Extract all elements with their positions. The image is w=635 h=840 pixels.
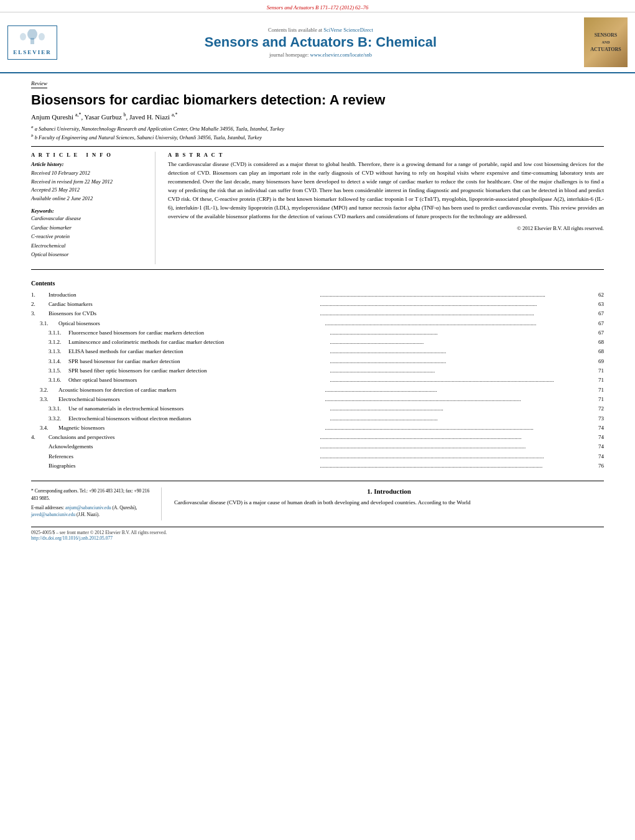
section-label: Review bbox=[31, 80, 47, 88]
footnotes-column: * Corresponding authors. Tel.: +90 216 4… bbox=[31, 487, 162, 520]
keywords-list: Cardiovascular disease Cardiac biomarker… bbox=[31, 214, 147, 259]
sciverse-link[interactable]: SciVerse ScienceDirect bbox=[323, 27, 373, 33]
toc-item-3-1-6: 3.1.6. Other optical based biosensors ..… bbox=[31, 376, 604, 385]
elsevier-text: ELSEVIER bbox=[13, 49, 52, 55]
footer: 0925-4005/$ – see front matter © 2012 El… bbox=[31, 527, 604, 541]
divider bbox=[31, 146, 604, 147]
article-history: Article history: Received 10 February 20… bbox=[31, 160, 147, 203]
journal-title: Sensors and Actuators B: Chemical bbox=[63, 34, 578, 50]
bottom-section: * Corresponding authors. Tel.: +90 216 4… bbox=[31, 481, 604, 520]
toc-acknowledgements: Acknowledgements .......................… bbox=[31, 442, 604, 451]
abstract-title: A B S T R A C T bbox=[168, 152, 604, 158]
toc-item-3-1-2: 3.1.2. Luminescence and colorimetric met… bbox=[31, 338, 604, 347]
svg-point-4 bbox=[39, 33, 45, 40]
toc-item-3-3-1: 3.3.1. Use of nanomaterials in electroch… bbox=[31, 404, 604, 413]
toc-references: References .............................… bbox=[31, 452, 604, 461]
article-title: Biosensors for cardiac biomarkers detect… bbox=[31, 92, 604, 108]
toc-item-3-1-3: 3.1.3. ELISA based methods for cardiac m… bbox=[31, 347, 604, 356]
journal-header: Sensors and Actuators B 171–172 (2012) 6… bbox=[0, 0, 635, 12]
toc-item-3-1-4: 3.1.4. SPR based biosensor for cardiac m… bbox=[31, 357, 604, 366]
toc-item-3-1-5: 3.1.5. SPR based fiber optic biosensors … bbox=[31, 366, 604, 376]
corresponding-author-note: * Corresponding authors. Tel.: +90 216 4… bbox=[31, 487, 154, 502]
email-footnote: E-mail addresses: anjum@sabanciuniv.edu … bbox=[31, 504, 154, 519]
authors: Anjum Qureshi a,*, Yasar Gurbuz b, Javed… bbox=[31, 112, 604, 121]
homepage-link[interactable]: www.elsevier.com/locate/snb bbox=[310, 52, 373, 58]
article-info-column: A R T I C L E I N F O Article history: R… bbox=[31, 152, 155, 264]
journal-banner: ELSEVIER Contents lists available at Sci… bbox=[0, 12, 635, 73]
toc-item-4: 4. Conclusions and perspectives ........… bbox=[31, 433, 604, 442]
toc-item-3-3-2: 3.3.2. Electrochemical biosensors withou… bbox=[31, 414, 604, 423]
toc-item-3-1: 3.1. Optical biosensors ................… bbox=[31, 319, 604, 328]
contents-table: 1. Introduction ........................… bbox=[31, 290, 604, 471]
main-content: Review Biosensors for cardiac biomarkers… bbox=[0, 73, 635, 547]
divider-2 bbox=[31, 269, 604, 270]
sciverse-line: Contents lists available at SciVerse Sci… bbox=[63, 27, 578, 33]
contents-title: Contents bbox=[31, 280, 604, 287]
email-link-1[interactable]: anjum@sabanciuniv.edu bbox=[65, 505, 111, 510]
toc-item-3-1-1: 3.1.1. Fluorescence based biosensors for… bbox=[31, 328, 604, 338]
copyright: © 2012 Elsevier B.V. All rights reserved… bbox=[168, 225, 604, 231]
toc-biographies: Biographies ............................… bbox=[31, 461, 604, 471]
svg-rect-2 bbox=[30, 38, 34, 44]
svg-point-3 bbox=[20, 33, 26, 40]
email-link-2[interactable]: javed@sabanciuniv.edu bbox=[31, 512, 75, 517]
article-meta-section: A R T I C L E I N F O Article history: R… bbox=[31, 152, 604, 264]
abstract-column: A B S T R A C T The cardiovascular disea… bbox=[168, 152, 604, 264]
keywords-section: Keywords: Cardiovascular disease Cardiac… bbox=[31, 208, 147, 259]
elsevier-logo: ELSEVIER bbox=[7, 25, 57, 60]
introduction-column: 1. Introduction Cardiovascular disease (… bbox=[174, 487, 604, 520]
contents-section: Contents 1. Introduction ...............… bbox=[31, 280, 604, 471]
banner-center: Contents lists available at SciVerse Sci… bbox=[63, 27, 578, 58]
abstract-text: The cardiovascular disease (CVD) is cons… bbox=[168, 160, 604, 221]
affiliations: a a Sabanci University, Nanotechnology R… bbox=[31, 124, 604, 141]
toc-item-2: 2. Cardiac biomarkers ..................… bbox=[31, 300, 604, 309]
toc-item-1: 1. Introduction ........................… bbox=[31, 290, 604, 300]
doi-link[interactable]: http://dx.doi.org/10.1016/j.snb.2012.05.… bbox=[31, 535, 113, 541]
toc-item-3: 3. Biosensors for CVDs .................… bbox=[31, 309, 604, 318]
toc-item-3-3: 3.3. Electrochemical biosensors ........… bbox=[31, 395, 604, 404]
sensors-actuators-logo: SENSORSANDACTUATORS bbox=[584, 17, 628, 67]
article-info-title: A R T I C L E I N F O bbox=[31, 152, 147, 158]
journal-reference: Sensors and Actuators B 171–172 (2012) 6… bbox=[267, 4, 369, 11]
intro-heading: 1. Introduction bbox=[174, 487, 604, 495]
intro-text: Cardiovascular disease (CVD) is a major … bbox=[174, 499, 604, 507]
toc-item-3-4: 3.4. Magnetic biosensors ...............… bbox=[31, 423, 604, 433]
toc-item-3-2: 3.2. Acoustic biosensors for detection o… bbox=[31, 385, 604, 395]
journal-homepage: journal homepage: www.elsevier.com/locat… bbox=[63, 52, 578, 58]
